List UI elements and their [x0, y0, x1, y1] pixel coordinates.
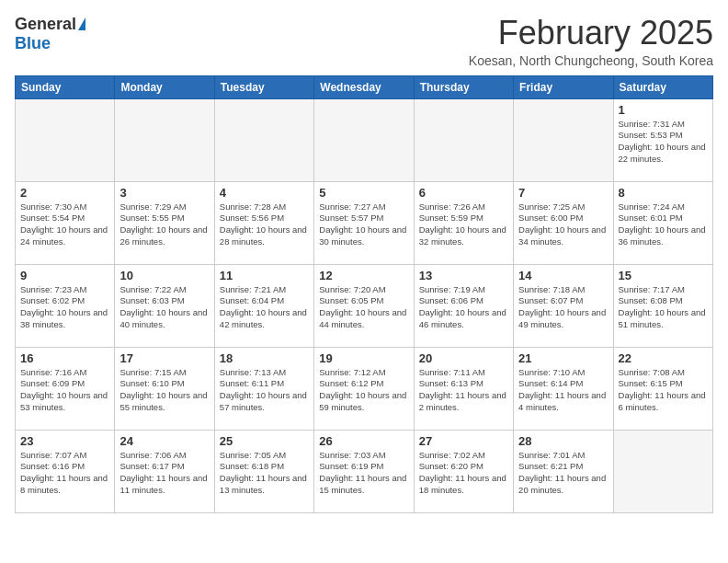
day-info: Sunrise: 7:30 AM Sunset: 5:54 PM Dayligh… — [20, 201, 109, 248]
day-number: 6 — [419, 186, 508, 200]
day-info: Sunrise: 7:21 AM Sunset: 6:04 PM Dayligh… — [220, 284, 309, 331]
subtitle: Koesan, North Chungcheong, South Korea — [469, 53, 713, 68]
calendar-cell: 10Sunrise: 7:22 AM Sunset: 6:03 PM Dayli… — [115, 264, 214, 347]
calendar-cell — [613, 430, 712, 512]
calendar-week-4: 16Sunrise: 7:16 AM Sunset: 6:09 PM Dayli… — [16, 347, 713, 430]
day-header-wednesday: Wednesday — [314, 75, 414, 98]
day-number: 1 — [619, 103, 708, 117]
logo: General Blue — [15, 15, 85, 53]
day-info: Sunrise: 7:12 AM Sunset: 6:12 PM Dayligh… — [319, 367, 408, 414]
day-number: 25 — [220, 434, 309, 448]
day-info: Sunrise: 7:15 AM Sunset: 6:10 PM Dayligh… — [119, 367, 209, 414]
day-number: 9 — [20, 269, 109, 282]
day-number: 19 — [319, 351, 408, 365]
day-info: Sunrise: 7:10 AM Sunset: 6:14 PM Dayligh… — [518, 367, 608, 414]
day-info: Sunrise: 7:18 AM Sunset: 6:07 PM Dayligh… — [518, 284, 608, 331]
day-info: Sunrise: 7:06 AM Sunset: 6:17 PM Dayligh… — [119, 450, 209, 497]
day-info: Sunrise: 7:05 AM Sunset: 6:18 PM Dayligh… — [220, 450, 309, 497]
calendar-cell — [414, 98, 513, 181]
day-number: 17 — [119, 351, 209, 365]
calendar-cell: 8Sunrise: 7:24 AM Sunset: 6:01 PM Daylig… — [613, 181, 712, 264]
day-number: 26 — [319, 434, 408, 448]
calendar-cell: 4Sunrise: 7:28 AM Sunset: 5:56 PM Daylig… — [214, 181, 313, 264]
calendar-cell: 14Sunrise: 7:18 AM Sunset: 6:07 PM Dayli… — [514, 264, 613, 347]
calendar-week-1: 1Sunrise: 7:31 AM Sunset: 5:53 PM Daylig… — [16, 98, 713, 181]
day-header-saturday: Saturday — [613, 75, 712, 98]
month-title: February 2025 — [469, 15, 713, 52]
calendar-cell: 26Sunrise: 7:03 AM Sunset: 6:19 PM Dayli… — [314, 430, 414, 512]
title-area: February 2025 Koesan, North Chungcheong,… — [469, 15, 713, 68]
day-info: Sunrise: 7:07 AM Sunset: 6:16 PM Dayligh… — [20, 450, 109, 497]
day-info: Sunrise: 7:01 AM Sunset: 6:21 PM Dayligh… — [518, 450, 608, 497]
calendar-cell: 1Sunrise: 7:31 AM Sunset: 5:53 PM Daylig… — [613, 98, 712, 181]
calendar-cell — [16, 98, 115, 181]
logo-general-text: General — [15, 15, 76, 34]
calendar-cell: 28Sunrise: 7:01 AM Sunset: 6:21 PM Dayli… — [514, 430, 613, 512]
day-number: 20 — [419, 351, 508, 365]
day-number: 2 — [20, 186, 109, 200]
day-info: Sunrise: 7:25 AM Sunset: 6:00 PM Dayligh… — [518, 201, 608, 248]
day-info: Sunrise: 7:16 AM Sunset: 6:09 PM Dayligh… — [20, 367, 109, 414]
day-number: 21 — [518, 351, 608, 365]
day-number: 3 — [119, 186, 209, 200]
calendar-cell — [514, 98, 613, 181]
calendar-header-row: SundayMondayTuesdayWednesdayThursdayFrid… — [16, 75, 713, 98]
day-number: 14 — [518, 269, 608, 282]
calendar-cell: 27Sunrise: 7:02 AM Sunset: 6:20 PM Dayli… — [414, 430, 513, 512]
day-info: Sunrise: 7:13 AM Sunset: 6:11 PM Dayligh… — [220, 367, 309, 414]
day-number: 24 — [119, 434, 209, 448]
calendar-cell: 16Sunrise: 7:16 AM Sunset: 6:09 PM Dayli… — [16, 347, 115, 430]
calendar-cell — [115, 98, 214, 181]
day-info: Sunrise: 7:20 AM Sunset: 6:05 PM Dayligh… — [319, 284, 408, 331]
day-info: Sunrise: 7:26 AM Sunset: 5:59 PM Dayligh… — [419, 201, 508, 248]
day-header-sunday: Sunday — [16, 75, 115, 98]
calendar-cell: 5Sunrise: 7:27 AM Sunset: 5:57 PM Daylig… — [314, 181, 414, 264]
day-info: Sunrise: 7:19 AM Sunset: 6:06 PM Dayligh… — [419, 284, 508, 331]
day-number: 8 — [619, 186, 708, 200]
day-info: Sunrise: 7:28 AM Sunset: 5:56 PM Dayligh… — [220, 201, 309, 248]
calendar-cell: 17Sunrise: 7:15 AM Sunset: 6:10 PM Dayli… — [115, 347, 214, 430]
day-number: 16 — [20, 351, 109, 365]
day-number: 11 — [220, 269, 309, 282]
day-info: Sunrise: 7:08 AM Sunset: 6:15 PM Dayligh… — [619, 367, 708, 414]
calendar-cell — [214, 98, 313, 181]
day-header-friday: Friday — [514, 75, 613, 98]
day-info: Sunrise: 7:24 AM Sunset: 6:01 PM Dayligh… — [619, 201, 708, 248]
calendar: SundayMondayTuesdayWednesdayThursdayFrid… — [15, 75, 713, 513]
day-info: Sunrise: 7:27 AM Sunset: 5:57 PM Dayligh… — [319, 201, 408, 248]
day-info: Sunrise: 7:17 AM Sunset: 6:08 PM Dayligh… — [619, 284, 708, 331]
calendar-cell — [314, 98, 414, 181]
day-header-tuesday: Tuesday — [214, 75, 313, 98]
calendar-cell: 25Sunrise: 7:05 AM Sunset: 6:18 PM Dayli… — [214, 430, 313, 512]
calendar-cell: 9Sunrise: 7:23 AM Sunset: 6:02 PM Daylig… — [16, 264, 115, 347]
day-number: 22 — [619, 351, 708, 365]
day-number: 18 — [220, 351, 309, 365]
calendar-cell: 13Sunrise: 7:19 AM Sunset: 6:06 PM Dayli… — [414, 264, 513, 347]
header: General Blue February 2025 Koesan, North… — [15, 15, 713, 68]
calendar-cell: 23Sunrise: 7:07 AM Sunset: 6:16 PM Dayli… — [16, 430, 115, 512]
day-number: 4 — [220, 186, 309, 200]
calendar-cell: 21Sunrise: 7:10 AM Sunset: 6:14 PM Dayli… — [514, 347, 613, 430]
calendar-cell: 18Sunrise: 7:13 AM Sunset: 6:11 PM Dayli… — [214, 347, 313, 430]
day-info: Sunrise: 7:29 AM Sunset: 5:55 PM Dayligh… — [119, 201, 209, 248]
logo-icon — [78, 17, 85, 30]
calendar-cell: 12Sunrise: 7:20 AM Sunset: 6:05 PM Dayli… — [314, 264, 414, 347]
day-number: 28 — [518, 434, 608, 448]
day-header-monday: Monday — [115, 75, 214, 98]
day-info: Sunrise: 7:02 AM Sunset: 6:20 PM Dayligh… — [419, 450, 508, 497]
logo-blue-text: Blue — [15, 34, 51, 53]
calendar-cell: 19Sunrise: 7:12 AM Sunset: 6:12 PM Dayli… — [314, 347, 414, 430]
day-number: 5 — [319, 186, 408, 200]
calendar-cell: 24Sunrise: 7:06 AM Sunset: 6:17 PM Dayli… — [115, 430, 214, 512]
day-number: 15 — [619, 269, 708, 282]
calendar-week-3: 9Sunrise: 7:23 AM Sunset: 6:02 PM Daylig… — [16, 264, 713, 347]
day-info: Sunrise: 7:22 AM Sunset: 6:03 PM Dayligh… — [119, 284, 209, 331]
day-info: Sunrise: 7:03 AM Sunset: 6:19 PM Dayligh… — [319, 450, 408, 497]
calendar-cell: 11Sunrise: 7:21 AM Sunset: 6:04 PM Dayli… — [214, 264, 313, 347]
calendar-cell: 15Sunrise: 7:17 AM Sunset: 6:08 PM Dayli… — [613, 264, 712, 347]
calendar-cell: 20Sunrise: 7:11 AM Sunset: 6:13 PM Dayli… — [414, 347, 513, 430]
calendar-cell: 7Sunrise: 7:25 AM Sunset: 6:00 PM Daylig… — [514, 181, 613, 264]
day-header-thursday: Thursday — [414, 75, 513, 98]
calendar-cell: 2Sunrise: 7:30 AM Sunset: 5:54 PM Daylig… — [16, 181, 115, 264]
day-info: Sunrise: 7:31 AM Sunset: 5:53 PM Dayligh… — [619, 119, 708, 166]
